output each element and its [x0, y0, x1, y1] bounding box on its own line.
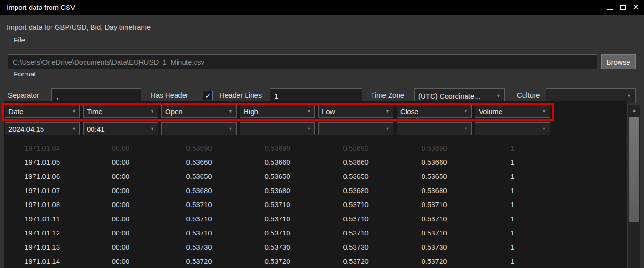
table-cell: 0.53710 [397, 212, 472, 226]
table-cell: 1 [475, 254, 550, 268]
table-cell: 0.53650 [240, 169, 315, 184]
table-cell: 0.53730 [318, 240, 393, 254]
table-cell: 0.53720 [318, 254, 393, 268]
window-title: Import data from CSV [7, 3, 75, 11]
import-csv-dialog: Import data from CSV ✕ Import data for G… [0, 0, 644, 268]
sample-dropdown-3[interactable]: ▼ [161, 122, 237, 135]
header-lines-label: Header Lines [220, 91, 262, 99]
table-cell: 1 [475, 184, 550, 198]
table-cell: 1 [475, 212, 550, 226]
column-dropdown-date[interactable]: Date▼ [5, 105, 80, 118]
table-cell: 00:00 [83, 212, 158, 226]
table-cell: 0.53680 [240, 184, 315, 198]
table-cell: 1971.01.12 [5, 226, 80, 240]
column-dropdown-high[interactable]: High▼ [240, 105, 315, 118]
chevron-down-icon: ▼ [496, 93, 500, 98]
table-cell: 0.53680 [318, 184, 393, 198]
sample-dropdown-1[interactable]: 2024.04.15▼ [5, 122, 80, 135]
chevron-down-icon: ▼ [72, 126, 76, 131]
table-cell: 0.53720 [161, 254, 237, 268]
table-cell: 00:00 [83, 155, 158, 169]
table-row: 1971.01.0600:000.536500.536500.536500.53… [4, 169, 627, 184]
file-group: File Browse [4, 36, 638, 65]
chevron-down-icon: ▼ [229, 126, 233, 131]
table-cell: 0.53690 [397, 141, 472, 155]
table-cell: 0.53710 [240, 198, 315, 212]
column-dropdown-close[interactable]: Close▼ [397, 105, 472, 118]
file-group-legend: File [11, 36, 28, 44]
file-path-input[interactable] [8, 54, 597, 69]
table-cell: 0.53730 [161, 240, 237, 254]
table-cell: 1 [475, 240, 550, 254]
close-button[interactable]: ✕ [629, 0, 642, 15]
sample-dropdown-2[interactable]: 00:41▼ [83, 122, 158, 135]
table-cell: 0.53690 [161, 141, 237, 155]
browse-button[interactable]: Browse [601, 54, 636, 69]
table-cell: 0.53710 [318, 198, 393, 212]
table-cell: 0.53710 [161, 212, 237, 226]
table-cell: 0.53660 [161, 155, 237, 169]
table-cell: 0.53690 [318, 141, 393, 155]
table-row: 1971.01.0500:000.536600.536600.536600.53… [4, 155, 627, 169]
chevron-down-icon: ▼ [150, 109, 154, 114]
culture-label: Culture [517, 91, 540, 99]
column-dropdown-open-value: Open [165, 108, 229, 116]
table-cell: 00:00 [83, 169, 158, 184]
minimize-icon [607, 9, 613, 10]
table-row: 1971.01.0700:000.536800.536800.536800.53… [4, 184, 627, 198]
chevron-down-icon: ▼ [627, 93, 631, 98]
table-cell: 0.53680 [161, 184, 237, 198]
table-cell: 0.53650 [161, 169, 237, 184]
table-cell: 00:00 [83, 240, 158, 254]
table-cell: 1971.01.13 [5, 240, 80, 254]
time-zone-value: (UTC) Coordinate... [418, 92, 493, 100]
scroll-up-button[interactable]: ▲ [628, 105, 640, 116]
scroll-up-icon: ▲ [632, 108, 636, 113]
table-cell: 1971.01.08 [5, 198, 80, 212]
table-cell: 1971.01.07 [5, 184, 80, 198]
scrollbar-thumb[interactable] [629, 117, 639, 222]
chevron-down-icon: ▼ [229, 109, 233, 114]
column-dropdown-time[interactable]: Time▼ [83, 105, 158, 118]
sample-dropdown-6[interactable]: ▼ [397, 122, 472, 135]
table-cell: 0.53710 [240, 226, 315, 240]
table-cell: 0.53730 [397, 240, 472, 254]
column-dropdown-open[interactable]: Open▼ [161, 105, 237, 118]
maximize-button[interactable] [617, 0, 629, 15]
table-cell: 00:00 [83, 226, 158, 240]
sample-dropdown-2-value: 00:41 [87, 125, 150, 133]
chevron-down-icon: ▼ [542, 126, 546, 131]
column-dropdown-low[interactable]: Low▼ [318, 105, 393, 118]
sample-dropdown-7[interactable]: ▼ [475, 122, 550, 135]
table-row: 1971.01.1100:000.537100.537100.537100.53… [4, 212, 627, 226]
table-cell: 00:00 [83, 141, 158, 155]
table-cell: 1 [475, 198, 550, 212]
table-cell: 0.53680 [397, 184, 472, 198]
table-cell: 1971.01.11 [5, 212, 80, 226]
chevron-down-icon: ▼ [307, 109, 311, 114]
table-cell: 0.53660 [240, 155, 315, 169]
window-controls: ✕ [604, 0, 642, 15]
chevron-down-icon: ▼ [542, 109, 546, 114]
table-row: 1971.01.1200:000.537100.537100.537100.53… [4, 226, 627, 240]
table-cell: 0.53690 [240, 141, 315, 155]
panel-right-border [641, 101, 641, 268]
table-cell: 1 [475, 169, 550, 184]
chevron-down-icon: ▼ [150, 126, 154, 131]
column-dropdown-volume[interactable]: Volume▼ [475, 105, 550, 118]
minimize-button[interactable] [604, 0, 617, 15]
table-cell: 0.53710 [161, 198, 237, 212]
chevron-down-icon: ▼ [464, 109, 468, 114]
vertical-scrollbar[interactable]: ▲ [627, 105, 640, 268]
sample-dropdown-5[interactable]: ▼ [318, 122, 393, 135]
chevron-down-icon: ▼ [385, 126, 390, 131]
table-cell: 0.53720 [240, 254, 315, 268]
column-dropdown-date-value: Date [8, 108, 72, 116]
has-header-checkbox[interactable]: ✓ [203, 91, 213, 100]
has-header-label: Has Header [151, 91, 188, 99]
format-group: Format Separator Has Header ✓ Header Lin… [4, 70, 638, 99]
sample-dropdown-4[interactable]: ▼ [240, 122, 315, 135]
chevron-down-icon: ▼ [307, 126, 311, 131]
column-dropdown-volume-value: Volume [479, 108, 542, 116]
table-row: 1971.01.0400:000.536900.536900.536900.53… [4, 141, 627, 155]
